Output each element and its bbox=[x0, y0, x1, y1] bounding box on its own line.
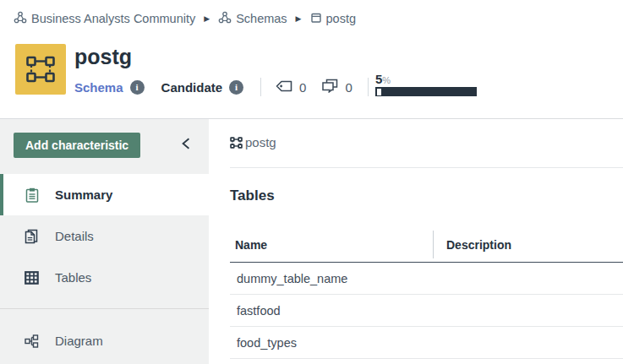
completeness-bar bbox=[375, 87, 477, 96]
breadcrumb-label: postg bbox=[326, 12, 356, 25]
asset-type-link[interactable]: Schema bbox=[74, 80, 123, 95]
sidebar-item-label: Details bbox=[55, 229, 94, 243]
table-cell-name[interactable]: fastfood bbox=[230, 304, 434, 318]
asset-label-text: postg bbox=[245, 135, 276, 149]
column-header-name[interactable]: Name bbox=[230, 231, 434, 258]
community-icon bbox=[218, 11, 232, 26]
sidebar-item-label: Tables bbox=[55, 270, 91, 285]
breadcrumb: Business Analysts Community ▶ Schemas ▶ bbox=[14, 11, 356, 26]
clipboard-icon bbox=[24, 187, 40, 203]
info-icon[interactable]: i bbox=[130, 80, 145, 95]
divider bbox=[368, 78, 369, 96]
breadcrumb-separator-icon: ▶ bbox=[204, 14, 210, 23]
diagram-icon bbox=[24, 334, 40, 348]
table-row[interactable]: food_types bbox=[230, 327, 623, 359]
breadcrumb-label: Schemas bbox=[236, 12, 287, 25]
sidebar-item-summary[interactable]: Summary bbox=[0, 174, 209, 215]
tags-count-value: 0 bbox=[299, 80, 306, 95]
sidebar-item-label: Summary bbox=[55, 187, 112, 202]
info-icon[interactable]: i bbox=[229, 80, 243, 95]
collapse-sidebar-button[interactable] bbox=[181, 137, 193, 150]
schema-asset-icon bbox=[15, 44, 66, 95]
schema-small-icon bbox=[230, 137, 243, 149]
divider bbox=[260, 78, 261, 96]
table-cell-name[interactable]: food_types bbox=[230, 336, 434, 350]
tag-icon bbox=[275, 79, 293, 95]
content-divider bbox=[230, 167, 623, 168]
tags-count[interactable]: 0 bbox=[275, 79, 306, 95]
add-characteristic-button[interactable]: Add characteristic bbox=[14, 133, 140, 158]
sidebar-item-diagram[interactable]: Diagram bbox=[0, 320, 209, 361]
comments-count[interactable]: 0 bbox=[321, 79, 352, 95]
sidebar-nav: Summary Details bbox=[0, 174, 209, 361]
asset-label: postg bbox=[230, 135, 623, 149]
main-content: postg Tables Name Description dummy_tabl… bbox=[209, 119, 623, 364]
asset-meta-row: Schema i Candidate i 0 0 bbox=[74, 74, 382, 100]
completeness-fill bbox=[377, 89, 382, 95]
domain-icon bbox=[310, 12, 322, 26]
comments-count-value: 0 bbox=[345, 80, 352, 95]
column-header-description[interactable]: Description bbox=[434, 231, 623, 258]
breadcrumb-item-schemas[interactable]: Schemas bbox=[218, 11, 287, 26]
sidebar-item-details[interactable]: Details bbox=[0, 215, 209, 257]
sidebar: Add characteristic Summary bbox=[0, 119, 209, 364]
completeness-indicator[interactable]: 5% bbox=[375, 73, 477, 96]
comments-icon bbox=[321, 79, 339, 95]
completeness-label: 5% bbox=[375, 73, 477, 86]
tables-table: Name Description dummy_table_name fastfo… bbox=[230, 231, 623, 359]
table-row[interactable]: dummy_table_name bbox=[230, 263, 623, 295]
sidebar-divider bbox=[0, 308, 209, 309]
breadcrumb-item-community[interactable]: Business Analysts Community bbox=[14, 11, 195, 26]
grid-icon bbox=[24, 271, 40, 285]
section-title: Tables bbox=[230, 187, 623, 204]
document-icon bbox=[24, 229, 40, 244]
status-label: Candidate bbox=[161, 80, 223, 95]
table-cell-name[interactable]: dummy_table_name bbox=[230, 272, 434, 285]
sidebar-item-tables[interactable]: Tables bbox=[0, 257, 209, 298]
sidebar-item-label: Diagram bbox=[55, 334, 103, 348]
page-title: postg bbox=[74, 45, 132, 69]
breadcrumb-item-postg[interactable]: postg bbox=[310, 12, 356, 26]
breadcrumb-label: Business Analysts Community bbox=[31, 12, 195, 25]
community-icon bbox=[14, 11, 27, 26]
table-header-row: Name Description bbox=[230, 231, 623, 263]
breadcrumb-separator-icon: ▶ bbox=[296, 14, 302, 23]
table-row[interactable]: fastfood bbox=[230, 295, 623, 327]
asset-page: Business Analysts Community ▶ Schemas ▶ bbox=[0, 0, 623, 364]
